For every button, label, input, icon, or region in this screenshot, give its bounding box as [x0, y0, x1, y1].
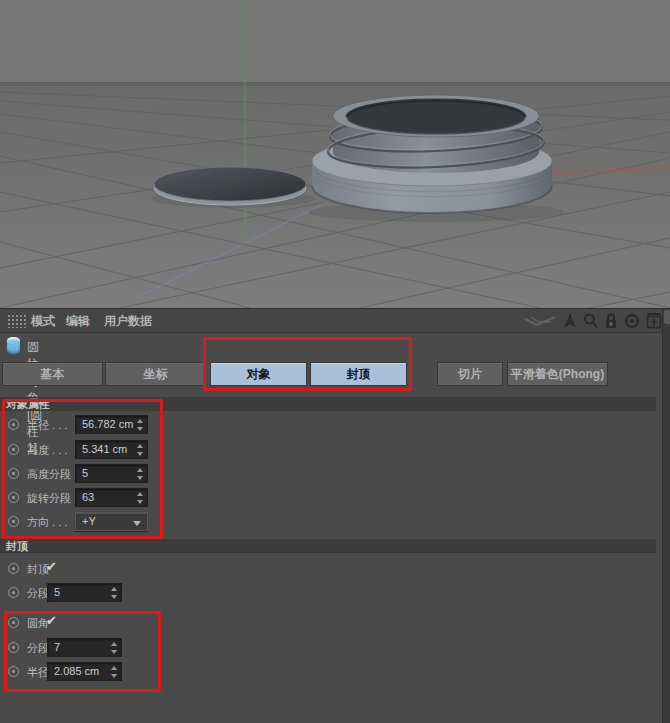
- fillet-segments-label: 分段: [27, 641, 49, 656]
- tab-phong[interactable]: 平滑着色(Phong): [507, 362, 608, 386]
- menu-mode[interactable]: 模式: [31, 313, 55, 330]
- height-segments-label: 高度分段: [27, 467, 71, 482]
- menu-edit[interactable]: 编辑: [66, 313, 90, 330]
- height-value: 5.341 cm: [82, 443, 127, 455]
- keyframe-circle-icon[interactable]: [8, 617, 19, 628]
- fillet-segments-value: 7: [54, 641, 60, 653]
- menu-userdata[interactable]: 用户数据: [104, 313, 152, 330]
- row-height-segments: 高度分段 5: [0, 463, 300, 485]
- horizon-band: [0, 82, 670, 86]
- height-field[interactable]: 5.341 cm: [75, 440, 148, 459]
- tab-caps[interactable]: 封顶: [310, 362, 407, 386]
- height-segments-value: 5: [82, 467, 88, 479]
- fillet-checkbox[interactable]: ✔: [46, 613, 57, 628]
- drag-grip-icon[interactable]: [7, 314, 27, 328]
- keyframe-circle-icon[interactable]: [8, 563, 19, 574]
- rotation-segments-value: 63: [82, 491, 94, 503]
- stepper-arrows-icon[interactable]: [137, 419, 144, 431]
- fillet-radius-field[interactable]: 2.085 cm: [47, 662, 122, 681]
- stepper-arrows-icon[interactable]: [137, 468, 144, 480]
- stepper-arrows-icon[interactable]: [111, 666, 118, 678]
- cap-segments-label: 分段: [27, 586, 49, 601]
- scrollbar-thumb[interactable]: [664, 310, 670, 324]
- row-orientation: 方向 . . . +Y: [0, 511, 300, 533]
- fillet-segments-field[interactable]: 7: [47, 638, 122, 657]
- keyframe-circle-icon[interactable]: [8, 516, 19, 527]
- lock-icon[interactable]: [604, 313, 618, 329]
- rotation-segments-label: 旋转分段: [27, 491, 71, 506]
- stepper-arrows-icon[interactable]: [137, 444, 144, 456]
- row-height: 高度 . . . 5.341 cm: [0, 439, 300, 461]
- viewport-sky: [0, 0, 670, 82]
- row-fillet-radius: 半径 2.085 cm: [0, 661, 300, 683]
- stepper-arrows-icon[interactable]: [111, 642, 118, 654]
- search-icon[interactable]: [583, 313, 598, 329]
- orientation-value: +Y: [82, 515, 96, 527]
- row-caps-toggle: 封顶 ✔: [0, 558, 300, 580]
- attribute-manager-panel: 模式 编辑 用户数据: [0, 308, 670, 723]
- orientation-dropdown[interactable]: +Y: [75, 512, 148, 531]
- stepper-arrows-icon[interactable]: [137, 492, 144, 504]
- tab-coordinates[interactable]: 坐标: [105, 362, 206, 386]
- keyframe-circle-icon[interactable]: [8, 419, 19, 430]
- add-panel-icon[interactable]: [646, 313, 662, 329]
- viewport-canvas: [0, 0, 670, 308]
- row-fillet-segments: 分段 7: [0, 637, 300, 659]
- keyframe-circle-icon[interactable]: [8, 444, 19, 455]
- row-fillet-toggle: 圆角 ✔: [0, 612, 300, 634]
- cylinder-jar-object[interactable]: [308, 95, 564, 222]
- keyframe-circle-icon[interactable]: [8, 587, 19, 598]
- row-cap-segments: 分段 5: [0, 582, 300, 604]
- application-window: 模式 编辑 用户数据: [0, 0, 670, 723]
- tab-basic[interactable]: 基本: [2, 362, 103, 386]
- attribute-menubar: 模式 编辑 用户数据: [0, 309, 670, 333]
- height-segments-field[interactable]: 5: [75, 464, 148, 483]
- keyframe-circle-icon[interactable]: [8, 642, 19, 653]
- keyframe-circle-icon[interactable]: [8, 468, 19, 479]
- radius-label: 半径 . . .: [27, 418, 67, 433]
- row-rotation-segments: 旋转分段 63: [0, 487, 300, 509]
- target-icon[interactable]: [624, 313, 640, 329]
- caps-checkbox[interactable]: ✔: [46, 559, 57, 574]
- rotation-segments-field[interactable]: 63: [75, 488, 148, 507]
- fillet-radius-value: 2.085 cm: [54, 665, 99, 677]
- chevron-down-icon: [133, 521, 141, 526]
- radius-field[interactable]: 56.782 cm: [75, 415, 148, 434]
- nav-arrow-icon[interactable]: [563, 313, 577, 330]
- tab-slice[interactable]: 切片: [437, 362, 503, 386]
- height-label: 高度 . . .: [27, 443, 67, 458]
- keyframe-circle-icon[interactable]: [8, 666, 19, 677]
- orientation-label: 方向 . . .: [27, 515, 67, 530]
- fillet-radius-label: 半径: [27, 665, 49, 680]
- section-header-object-properties[interactable]: 对象属性: [0, 397, 656, 411]
- keyframe-circle-icon[interactable]: [8, 492, 19, 503]
- cap-segments-field[interactable]: 5: [47, 583, 122, 602]
- axis-widget-icon: [523, 313, 557, 329]
- radius-value: 56.782 cm: [82, 418, 133, 430]
- section-header-caps[interactable]: 封顶: [0, 539, 656, 553]
- cap-segments-value: 5: [54, 586, 60, 598]
- row-radius: 半径 . . . 56.782 cm: [0, 414, 300, 436]
- cylinder-object-icon: [7, 337, 20, 354]
- stepper-arrows-icon[interactable]: [111, 587, 118, 599]
- 3d-viewport[interactable]: [0, 0, 670, 308]
- tab-object[interactable]: 对象: [210, 362, 307, 386]
- panel-scrollbar[interactable]: [662, 309, 670, 723]
